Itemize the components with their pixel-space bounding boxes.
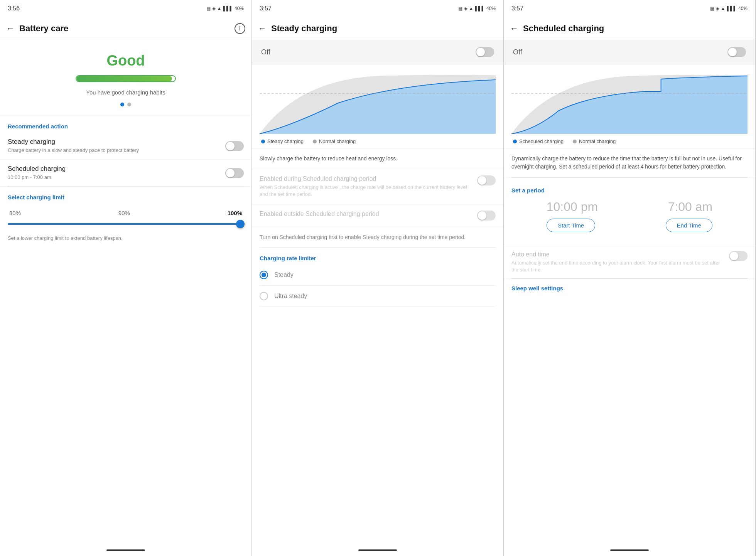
legend-normal-label-1: Normal charging	[319, 138, 356, 144]
steady-charging-body: Off Steady charging	[252, 40, 503, 544]
back-button-2[interactable]: ←	[258, 24, 267, 34]
radio-steady[interactable]: Steady	[260, 265, 496, 286]
scheduled-off-row: Off	[504, 40, 755, 64]
dot-2[interactable]	[127, 103, 131, 106]
radio-ultra-steady[interactable]: Ultra steady	[260, 286, 496, 307]
slider-track	[8, 223, 244, 225]
steady-off-label: Off	[261, 48, 270, 56]
auto-end-section: Auto end time Automatically set the end …	[504, 246, 755, 278]
scheduled-charging-title: Scheduled charging	[8, 165, 225, 173]
charging-limit-label: Select charging limit	[0, 187, 251, 204]
status-bar-3: 3:57 ▦ ◈ ▲ ▌▌▌ 40%	[504, 0, 755, 17]
info-icon-1[interactable]: i	[235, 23, 245, 34]
legend-dot-gray-1	[313, 140, 317, 143]
set-period-section: Set a period 10:00 pm 7:00 am Start Time…	[504, 178, 755, 246]
dimmed-toggle-2	[477, 211, 496, 221]
toolbar-3: ← Scheduled charging	[504, 17, 755, 40]
status-icons-2: ▦ ◈ ▲ ▌▌▌ 40%	[458, 6, 496, 11]
legend-normal-1: Normal charging	[313, 138, 356, 144]
toolbar-2: ← Steady charging	[252, 17, 503, 40]
home-indicator-1	[0, 544, 251, 556]
legend-normal-2: Normal charging	[573, 138, 616, 144]
steady-charging-toggle[interactable]	[225, 141, 244, 151]
battery-percent-1: 40%	[235, 6, 244, 11]
end-time-display: 7:00 am	[668, 200, 713, 214]
status-bar-2: 3:57 ▦ ◈ ▲ ▌▌▌ 40%	[252, 0, 503, 17]
status-icons-3: ▦ ◈ ▲ ▌▌▌ 40%	[710, 6, 748, 11]
scheduled-off-label: Off	[513, 48, 522, 56]
steady-legend: Steady charging Normal charging	[260, 138, 496, 144]
charging-rate-label: Charging rate limiter	[252, 248, 503, 265]
scheduled-charging-body: Off Scheduled charging	[504, 40, 755, 544]
dimmed-note: Turn on Scheduled charging first to enab…	[252, 227, 503, 248]
scheduled-desc-text: Dynamically charge the battery to reduce…	[511, 155, 742, 170]
home-indicator-3	[504, 544, 755, 556]
set-period-label: Set a period	[511, 184, 748, 195]
charging-slider[interactable]	[8, 219, 244, 229]
steady-charging-subtitle: Charge battery in a slow and steady pace…	[8, 147, 225, 154]
dimmed-section-1: Enabled during Scheduled charging period…	[252, 169, 503, 204]
legend-dot-blue-1	[261, 140, 265, 143]
steady-charging-title: Steady charging	[8, 138, 225, 146]
dimmed-text-1: When Scheduled charging is active , the …	[260, 184, 468, 198]
scheduled-charging-toggle[interactable]	[225, 168, 244, 178]
radio-steady-label: Steady	[274, 271, 294, 278]
dimmed-title-1: Enabled during Scheduled charging period	[260, 175, 472, 182]
time-display-row: 10:00 pm 7:00 am	[511, 200, 748, 214]
scheduled-chart	[511, 72, 748, 134]
radio-steady-circle[interactable]	[260, 271, 268, 279]
signal-icon: ▌▌▌	[223, 6, 233, 11]
scheduled-charging-subtitle: 10:00 pm - 7:00 am	[8, 174, 225, 181]
legend-normal-label-2: Normal charging	[579, 138, 616, 144]
status-description: You have good charging habits	[86, 88, 165, 96]
data-icon-3: ◈	[716, 6, 719, 11]
auto-end-title: Auto end time	[511, 251, 724, 258]
charging-limit-section: 80% 90% 100% Set a lower charging limit …	[0, 204, 251, 248]
scheduled-description: Dynamically charge the battery to reduce…	[504, 148, 755, 177]
start-time-button[interactable]: Start Time	[547, 219, 595, 232]
home-bar-2	[358, 549, 397, 551]
dot-1[interactable]	[120, 103, 124, 106]
steady-main-toggle[interactable]	[476, 47, 494, 57]
steady-chart-area: Steady charging Normal charging	[252, 64, 503, 148]
progress-fill	[76, 76, 172, 81]
start-time-display: 10:00 pm	[547, 200, 598, 214]
scheduled-charging-row: Scheduled charging 10:00 pm - 7:00 am	[0, 160, 251, 187]
limit-description: Set a lower charging limit to extend bat…	[8, 235, 244, 242]
page-title-1: Battery care	[19, 24, 235, 34]
legend-steady-label: Steady charging	[267, 138, 304, 144]
status-time-3: 3:57	[511, 5, 523, 12]
legend-dot-blue-2	[513, 140, 517, 143]
sleep-label: Sleep well settings	[511, 285, 748, 291]
radio-ultra-steady-circle[interactable]	[260, 292, 268, 300]
back-button-1[interactable]: ←	[6, 24, 15, 34]
scheduled-legend: Scheduled charging Normal charging	[511, 138, 748, 144]
steady-charging-row: Steady charging Charge battery in a slow…	[0, 133, 251, 160]
steady-chart	[260, 72, 496, 134]
battery-care-body: Good You have good charging habits Recom…	[0, 40, 251, 544]
steady-off-row: Off	[252, 40, 503, 64]
legend-scheduled: Scheduled charging	[513, 138, 564, 144]
legend-steady: Steady charging	[261, 138, 304, 144]
recommended-action-label: Recommended action	[0, 116, 251, 133]
scheduled-chart-area: Scheduled charging Normal charging	[504, 64, 755, 148]
page-title-2: Steady charging	[271, 24, 497, 34]
dimmed-toggle-1	[477, 175, 496, 185]
scheduled-main-toggle[interactable]	[727, 47, 746, 57]
dimmed-title-2: Enabled outside Scheduled charging perio…	[260, 211, 472, 217]
progress-bar	[76, 75, 176, 82]
end-time-button[interactable]: End Time	[666, 219, 712, 232]
legend-scheduled-label: Scheduled charging	[519, 138, 564, 144]
limit-80: 80%	[9, 210, 21, 216]
signal-icon-2: ▌▌▌	[475, 6, 485, 11]
page-dots	[120, 103, 131, 106]
home-bar-1	[106, 549, 145, 551]
status-icons-1: ▦ ◈ ▲ ▌▌▌ 40%	[206, 6, 244, 11]
toolbar-1: ← Battery care i	[0, 17, 251, 40]
sim-icon-2: ▦	[458, 6, 462, 11]
back-button-3[interactable]: ←	[510, 24, 518, 34]
dimmed-section-2: Enabled outside Scheduled charging perio…	[252, 204, 503, 227]
auto-end-toggle	[729, 251, 748, 261]
slider-thumb[interactable]	[236, 220, 245, 228]
sim-icon-3: ▦	[710, 6, 714, 11]
